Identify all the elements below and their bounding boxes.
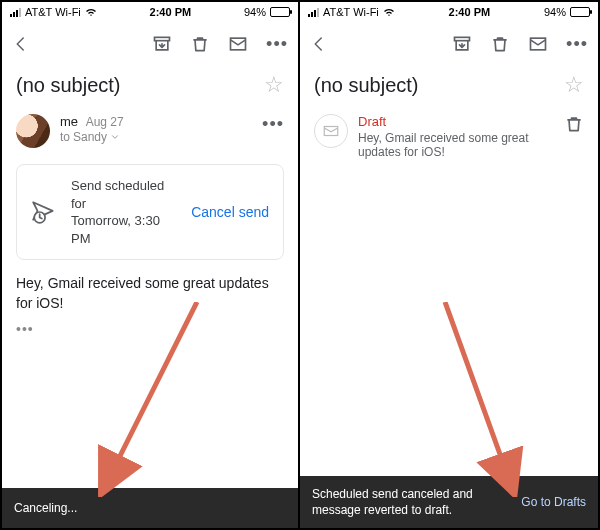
annotation-arrow — [420, 302, 540, 497]
status-bar: AT&T Wi-Fi 2:40 PM 94% — [2, 2, 298, 22]
snackbar-message: Scheduled send canceled and message reve… — [312, 486, 521, 518]
battery-pct-label: 94% — [544, 6, 566, 18]
sender-date: Aug 27 — [86, 115, 124, 129]
mail-icon[interactable] — [528, 34, 548, 54]
back-icon[interactable] — [12, 35, 30, 53]
svg-line-7 — [445, 302, 510, 482]
recipient-row[interactable]: to Sandy — [60, 130, 252, 144]
battery-icon — [270, 7, 290, 17]
show-more-button[interactable]: ••• — [2, 313, 298, 345]
back-icon[interactable] — [310, 35, 328, 53]
svg-rect-6 — [324, 127, 338, 136]
star-icon[interactable]: ☆ — [564, 72, 584, 98]
scheduled-line1: Send scheduled for — [71, 177, 177, 212]
send-scheduled-icon — [31, 199, 57, 225]
cancel-send-button[interactable]: Cancel send — [191, 204, 269, 220]
star-icon[interactable]: ☆ — [264, 72, 284, 98]
sender-name: me — [60, 114, 78, 129]
to-prefix: to — [60, 130, 70, 144]
message-overflow-icon[interactable]: ••• — [262, 114, 284, 135]
overflow-icon[interactable]: ••• — [566, 34, 588, 55]
archive-icon[interactable] — [452, 34, 472, 54]
draft-label: Draft — [358, 114, 554, 129]
snackbar-action[interactable]: Go to Drafts — [521, 495, 586, 509]
svg-rect-0 — [155, 37, 170, 40]
scheduled-line2: Tomorrow, 3:30 PM — [71, 212, 177, 247]
subject-label: (no subject) — [314, 74, 419, 97]
wifi-icon — [383, 7, 395, 17]
snackbar: Scheduled send canceled and message reve… — [300, 476, 598, 528]
chevron-down-icon — [110, 132, 120, 142]
snackbar: Canceling... — [2, 488, 298, 528]
sender-row[interactable]: me Aug 27 — [60, 114, 252, 129]
battery-icon — [570, 7, 590, 17]
trash-icon[interactable] — [190, 34, 210, 54]
overflow-icon[interactable]: ••• — [266, 34, 288, 55]
carrier-label: AT&T Wi-Fi — [323, 6, 379, 18]
carrier-label: AT&T Wi-Fi — [25, 6, 81, 18]
trash-icon[interactable] — [490, 34, 510, 54]
snackbar-message: Canceling... — [14, 500, 286, 516]
email-body: Hey, Gmail received some great updates f… — [2, 274, 298, 313]
scheduled-send-card: Send scheduled for Tomorrow, 3:30 PM Can… — [16, 164, 284, 260]
status-bar: AT&T Wi-Fi 2:40 PM 94% — [300, 2, 598, 22]
svg-rect-4 — [455, 37, 470, 40]
envelope-icon — [322, 122, 340, 140]
wifi-icon — [85, 7, 97, 17]
battery-pct-label: 94% — [244, 6, 266, 18]
signal-icon — [10, 8, 21, 17]
draft-preview: Hey, Gmail received some great updates f… — [358, 131, 554, 159]
clock-label: 2:40 PM — [150, 6, 192, 18]
subject-label: (no subject) — [16, 74, 121, 97]
delete-draft-icon[interactable] — [564, 114, 584, 134]
to-name: Sandy — [73, 130, 107, 144]
email-toolbar: ••• — [300, 22, 598, 66]
draft-avatar — [314, 114, 348, 148]
signal-icon — [308, 8, 319, 17]
clock-label: 2:40 PM — [449, 6, 491, 18]
avatar[interactable] — [16, 114, 50, 148]
email-toolbar: ••• — [2, 22, 298, 66]
mail-icon[interactable] — [228, 34, 248, 54]
archive-icon[interactable] — [152, 34, 172, 54]
